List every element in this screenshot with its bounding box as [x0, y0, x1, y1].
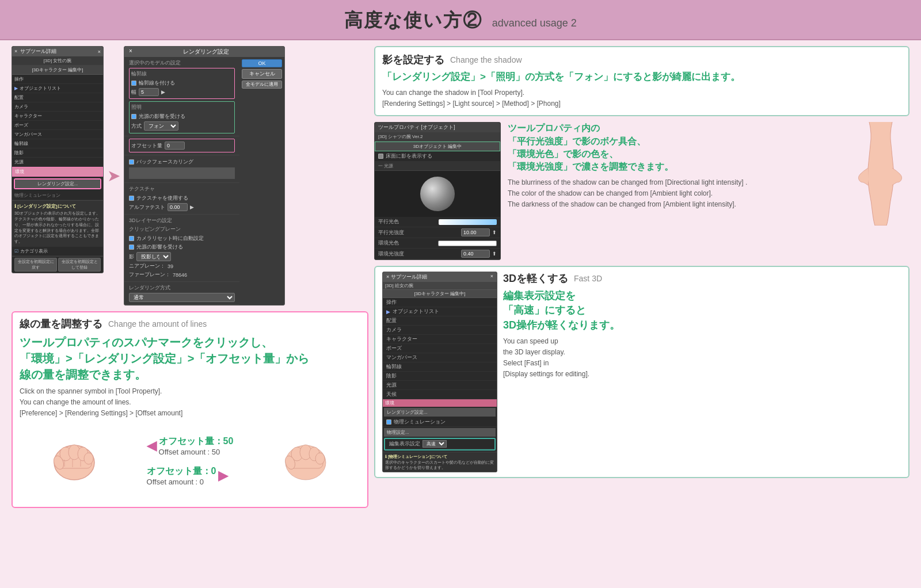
rd-row-shadow: 影 投影しない: [129, 251, 235, 262]
tool-property-area: ツールプロパティ [オブジェクト] [3D] シャツの腕 Ver.2 3Dオブジ…: [374, 122, 909, 260]
subtool-left-titlebar: × サブツール詳細 ×: [12, 47, 103, 56]
offset-input[interactable]: [165, 142, 185, 150]
st2-display-row: 編集表示設定 高速: [386, 440, 494, 449]
shadow-body: You can change the shadow in [Tool Prope…: [382, 87, 901, 109]
offset50-ja: オフセット量：50: [159, 436, 234, 448]
cb-lighting[interactable]: [131, 114, 136, 119]
stl-row-pose: ポーズ: [12, 121, 103, 130]
right-column: 影を設定する Change the shadow 「レンダリング設定」>「照明」…: [374, 46, 909, 508]
render-btn[interactable]: レンダリング設定...: [15, 180, 100, 188]
tp-sphere: [420, 177, 455, 211]
cb-texture[interactable]: [129, 196, 134, 201]
st2-note: ℹ [物理シミュレーション]について 選択中のキャラクターのスカートや髪の毛など…: [383, 452, 497, 472]
tp-body-text: The blurriness of the shadow can be chan…: [508, 177, 845, 211]
fist-svg-2: [262, 425, 349, 494]
main-content: × サブツール詳細 × [3D] 女性の腕 [3Dキャラクター 編集中] 操作 …: [0, 40, 921, 514]
alpha-input[interactable]: [168, 203, 188, 211]
stl-btn-register[interactable]: 全設定を初期設定として登録: [58, 258, 101, 272]
tp-ambient-color-bar[interactable]: [438, 240, 497, 246]
shadow-heading: 「レンダリング設定」>「照明」の方式を「フォン」にすると影が綺麗に出ます。: [382, 70, 901, 84]
st2-display-select[interactable]: 高速: [423, 440, 447, 448]
subtool-left-x[interactable]: ×: [98, 49, 101, 55]
st2-row-sky: 天候: [383, 390, 497, 399]
rd-ok-btn[interactable]: OK: [242, 59, 282, 67]
header-title-en: advanced usage 2: [492, 17, 577, 29]
fast3d-title-en: Fast 3D: [574, 274, 602, 283]
hand-top-right-svg: [852, 122, 909, 226]
rd-content-area: 選択中のモデルの設定 輪郭線 輪郭線を付ける 幅: [124, 57, 284, 305]
stl-row-manga: マンガパース: [12, 130, 103, 139]
subtool-left-title-text: × サブツール詳細: [14, 48, 56, 55]
rd-section-texture: バックフェースカリング: [124, 155, 239, 183]
rd-apply-all-btn[interactable]: 全モデルに適用: [242, 81, 282, 89]
tp-line3: 「環境光強度」で濃さを調整できます。: [508, 162, 673, 171]
stl-note-icon: ℹ [レンダリング設定]について: [14, 203, 101, 209]
rd-row-texture-check: テクスチャを使用する: [129, 194, 235, 203]
rd-cancel-btn[interactable]: キャンセル: [242, 69, 282, 79]
lines-heading-line2: 「環境」>「レンダリング設定」>「オフセット量」から: [20, 352, 309, 365]
tp-parallel-intensity-row: 平行光強度 ⬆: [375, 227, 500, 238]
st2-row-char: キャラクター: [383, 335, 497, 344]
subtool-section-header: [3Dキャラクター 編集中]: [12, 66, 103, 75]
st2-row-env-highlight[interactable]: 環境: [383, 399, 497, 407]
stl-row-physics-dummy: 物理シミュレーション: [12, 191, 103, 200]
tp-parallel-color-bar[interactable]: [439, 219, 497, 225]
st2-physics-btn[interactable]: 物理設定...: [385, 429, 495, 436]
cb-outline[interactable]: [131, 81, 136, 86]
fast3d-title-ja: 3Dを軽くする: [503, 272, 568, 285]
left-column: × サブツール詳細 × [3D] 女性の腕 [3Dキャラクター 編集中] 操作 …: [12, 46, 368, 508]
st2-display-highlight: 編集表示設定 高速: [384, 438, 496, 450]
stl-footer: 全設定を初期設定に戻す 全設定を初期設定として登録: [12, 256, 103, 273]
rd-section-texture2: テクスチャ テクスチャを使用する アルファテスト ▶: [124, 183, 239, 215]
shadow-title-bar: 影を設定する Change the shadow: [382, 53, 901, 67]
tp-parallel-intensity-input[interactable]: [461, 228, 490, 236]
tp-ambient-intensity-label: 環境光強度: [378, 250, 459, 258]
rd-row-offset: オフセット量: [131, 141, 233, 150]
tp-subtitle: 3Dオブジェクト 編集中: [375, 142, 500, 151]
header-title-ja: 高度な使い方②: [344, 10, 482, 30]
width-input[interactable]: [139, 88, 159, 96]
rd-row-alpha: アルファテスト ▶: [129, 203, 235, 212]
cb-autoreset[interactable]: [129, 236, 134, 241]
stl-btn-reset[interactable]: 全設定を初期設定に戻す: [14, 258, 57, 272]
st2-row-pose: ポーズ: [383, 344, 497, 353]
cb-physics[interactable]: [386, 419, 391, 425]
lines-heading: ツールプロパティのスパナマークをクリックし、 「環境」>「レンダリング設定」>「…: [20, 334, 360, 419]
lines-heading-line1: ツールプロパティのスパナマークをクリックし、: [20, 336, 273, 349]
stl-row-outline: 輪郭線: [12, 139, 103, 148]
st2-render-btn[interactable]: レンダリング設定...: [385, 408, 495, 416]
lines-section-box: 線の量を調整する Change the amount of lines ツールプ…: [12, 311, 368, 508]
st2-row-manga: マンガパース: [383, 353, 497, 362]
stl-note: ℹ [レンダリング設定]について 3Dオブジェクトの表示のされ方を設定します。テ…: [12, 200, 103, 247]
subtool-left-tab: [3D] 女性の腕: [12, 56, 103, 66]
st2-row-outline: 輪郭線: [383, 362, 497, 372]
stl-row-op: 操作: [12, 75, 103, 84]
rendermode-select[interactable]: 通常: [129, 293, 235, 302]
cb-lighting2[interactable]: [129, 245, 134, 250]
shadow-select[interactable]: 投影しない: [136, 252, 171, 261]
tp-ambient-color-row: 環境光色: [375, 238, 500, 249]
rd-row-near: ニアプレーン： 39: [129, 262, 235, 270]
fast3d-content: × サブツール詳細 × [3D] 絵女の腕 [3Dキャラクター 編集中] 操作 …: [382, 272, 901, 472]
rd-row-autoreset: カメラリセット時に自動設定: [129, 234, 235, 243]
stl-row-camera: カメラ: [12, 102, 103, 112]
tp-title: ツールプロパティ [オブジェクト]: [375, 123, 500, 132]
subtool-panel2: × サブツール詳細 × [3D] 絵女の腕 [3Dキャラクター 編集中] 操作 …: [382, 272, 497, 472]
stl-row-character: キャラクター: [12, 112, 103, 121]
st2-display-wrapper: 編集表示設定 高速: [384, 438, 496, 450]
tp-tag: [3D] シャツの腕 Ver.2: [375, 132, 500, 142]
tool-property-panel: ツールプロパティ [オブジェクト] [3D] シャツの腕 Ver.2 3Dオブジ…: [374, 122, 501, 260]
tp-sphere-container: [375, 171, 500, 217]
svg-point-5: [84, 453, 93, 464]
st2-physics-btn-wrapper: 物理設定...: [384, 428, 496, 437]
tp-ambient-intensity-input[interactable]: [461, 250, 490, 258]
cb-backface[interactable]: [129, 159, 134, 165]
method-select[interactable]: フォン: [144, 121, 178, 131]
lines-heading-line3: 線の量を調整できます。: [20, 368, 146, 381]
stl-row-env-highlighted[interactable]: 環境: [12, 167, 103, 177]
shadow-title-en: Change the shadow: [450, 55, 522, 64]
fast3d-body: You can speed up the 3D layer display. S…: [503, 336, 901, 380]
fist-svg-1: [31, 425, 117, 494]
cb-floor-shadow[interactable]: [378, 154, 383, 159]
st2-row-op: 操作: [383, 298, 497, 307]
